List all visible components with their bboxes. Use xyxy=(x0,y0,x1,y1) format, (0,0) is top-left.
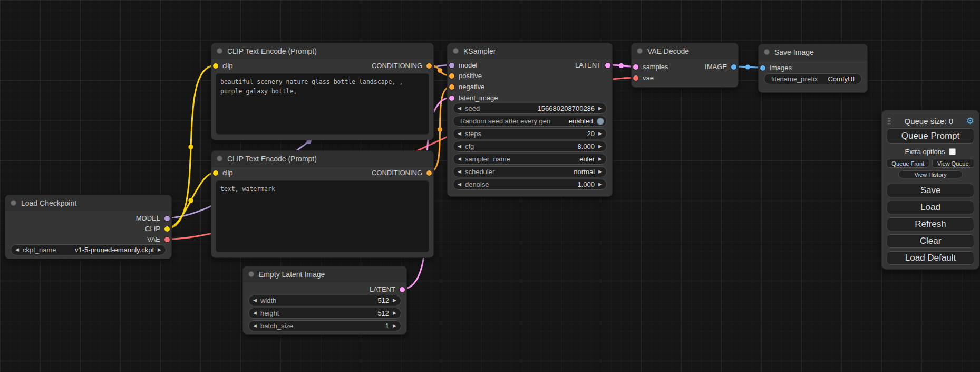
node-titlebar[interactable]: Empty Latent Image xyxy=(243,266,406,282)
decrement-arrow-icon[interactable]: ◀ xyxy=(458,169,461,174)
load-button[interactable]: Load xyxy=(887,201,974,214)
extra-options-label: Extra options xyxy=(905,148,945,156)
widget-value: 1 xyxy=(385,322,389,330)
settings-gear-icon[interactable]: ⚙ xyxy=(966,117,974,126)
node-vae-decode[interactable]: VAE DecodesamplesvaeIMAGE xyxy=(631,43,739,88)
IMAGE-output-port[interactable] xyxy=(731,64,736,70)
cfg-widget[interactable]: ◀cfg8.000▶ xyxy=(453,141,607,152)
height-widget[interactable]: ◀height512▶ xyxy=(248,308,401,319)
random-seed-after-every-gen-widget[interactable]: Random seed after every genenabled xyxy=(453,116,607,127)
model-input-port[interactable] xyxy=(449,63,454,68)
load-default-button[interactable]: Load Default xyxy=(887,251,974,265)
decrement-arrow-icon[interactable]: ◀ xyxy=(253,323,257,328)
widget-label: filename_prefix xyxy=(771,75,818,83)
refresh-button[interactable]: Refresh xyxy=(887,217,974,231)
CLIP-output-port[interactable] xyxy=(164,226,170,232)
ckpt_name-widget[interactable]: ◀ckpt_namev1-5-pruned-emaonly.ckpt▶ xyxy=(11,244,166,255)
node-titlebar[interactable]: CLIP Text Encode (Prompt) xyxy=(211,43,433,59)
images-input-port[interactable] xyxy=(760,65,765,71)
decrement-arrow-icon[interactable]: ◀ xyxy=(458,144,461,149)
link-midpoint-dot xyxy=(619,63,624,68)
node-save-image[interactable]: Save Imageimagesfilename_prefixComfyUI xyxy=(758,44,868,93)
LATENT-output-port[interactable] xyxy=(400,287,405,292)
VAE-output-port[interactable] xyxy=(164,237,170,242)
prompt-textarea[interactable]: text, watermark xyxy=(216,180,429,252)
seed-widget[interactable]: ◀seed156680208700286▶ xyxy=(453,103,607,114)
increment-arrow-icon[interactable]: ▶ xyxy=(393,323,396,328)
decrement-arrow-icon[interactable]: ◀ xyxy=(458,182,461,187)
MODEL-output-port[interactable] xyxy=(164,216,170,221)
width-widget[interactable]: ◀width512▶ xyxy=(248,295,401,306)
decrement-arrow-icon[interactable]: ◀ xyxy=(458,106,461,111)
node-ksampler[interactable]: KSamplermodelpositivenegativelatent_imag… xyxy=(447,43,613,197)
sampler_name-widget[interactable]: ◀sampler_nameeuler▶ xyxy=(453,154,607,165)
clip-input-port[interactable] xyxy=(213,170,218,176)
increment-arrow-icon[interactable]: ▶ xyxy=(598,106,602,111)
images-input-slot-label: images xyxy=(770,63,792,73)
collapse-dot-icon[interactable] xyxy=(248,271,254,277)
denoise-widget[interactable]: ◀denoise1.000▶ xyxy=(453,179,607,190)
decrement-arrow-icon[interactable]: ◀ xyxy=(15,247,19,252)
decrement-arrow-icon[interactable]: ◀ xyxy=(458,131,461,136)
link-midpoint-dot xyxy=(438,127,442,132)
positive-input-port[interactable] xyxy=(449,73,454,79)
increment-arrow-icon[interactable]: ▶ xyxy=(158,247,161,252)
queue-prompt-button[interactable]: Queue Prompt xyxy=(887,128,974,144)
decrement-arrow-icon[interactable]: ◀ xyxy=(458,157,461,161)
decrement-arrow-icon[interactable]: ◀ xyxy=(253,298,257,303)
drag-handle-icon[interactable]: ⣿ xyxy=(887,118,891,124)
samples-input-port[interactable] xyxy=(633,64,638,70)
latent_image-input-port[interactable] xyxy=(449,96,454,101)
filename_prefix-widget[interactable]: filename_prefixComfyUI xyxy=(764,73,862,84)
extra-options-checkbox[interactable] xyxy=(949,148,956,155)
node-titlebar[interactable]: Load Checkpoint xyxy=(5,195,171,211)
negative-input-port[interactable] xyxy=(449,84,454,90)
clip-input-slot-label: clip xyxy=(222,168,233,178)
widget-label: seed xyxy=(465,104,480,112)
collapse-dot-icon[interactable] xyxy=(637,48,643,54)
increment-arrow-icon[interactable]: ▶ xyxy=(598,131,602,136)
node-titlebar[interactable]: KSampler xyxy=(448,43,612,59)
decrement-arrow-icon[interactable]: ◀ xyxy=(253,311,257,316)
IMAGE-output-slot-label: IMAGE xyxy=(705,62,727,72)
collapse-dot-icon[interactable] xyxy=(764,49,770,55)
collapse-dot-icon[interactable] xyxy=(11,200,16,206)
node-title: KSampler xyxy=(463,47,496,55)
increment-arrow-icon[interactable]: ▶ xyxy=(598,157,602,161)
extra-options-row: Extra options xyxy=(887,147,974,156)
batch_size-widget[interactable]: ◀batch_size1▶ xyxy=(248,320,401,331)
collapse-dot-icon[interactable] xyxy=(217,48,222,54)
LATENT-output-port[interactable] xyxy=(605,63,610,68)
increment-arrow-icon[interactable]: ▶ xyxy=(393,311,396,316)
vae-input-port[interactable] xyxy=(633,75,638,81)
queue-front-button[interactable]: Queue Front xyxy=(887,159,929,168)
steps-widget[interactable]: ◀steps20▶ xyxy=(453,128,607,139)
CONDITIONING-output-port[interactable] xyxy=(426,63,432,69)
model-input-slot-label: model xyxy=(459,60,477,71)
clip-input-port[interactable] xyxy=(213,63,218,69)
node-titlebar[interactable]: CLIP Text Encode (Prompt) xyxy=(211,151,433,167)
node-clip-encode-negative[interactable]: CLIP Text Encode (Prompt)clipCONDITIONIN… xyxy=(211,150,434,258)
scheduler-widget[interactable]: ◀schedulernormal▶ xyxy=(453,166,607,177)
increment-arrow-icon[interactable]: ▶ xyxy=(598,144,602,149)
node-clip-encode-positive[interactable]: CLIP Text Encode (Prompt)clipCONDITIONIN… xyxy=(211,43,434,140)
graph-canvas[interactable]: ⣿ Queue size: 0 ⚙ Queue Prompt Extra opt… xyxy=(0,0,980,372)
collapse-dot-icon[interactable] xyxy=(217,156,222,161)
clear-button[interactable]: Clear xyxy=(887,234,974,248)
toggle-knob[interactable] xyxy=(597,118,604,125)
CONDITIONING-output-port[interactable] xyxy=(426,170,432,176)
collapse-dot-icon[interactable] xyxy=(453,48,459,54)
view-history-button[interactable]: View History xyxy=(898,170,963,178)
save-button[interactable]: Save xyxy=(887,184,974,197)
node-empty-latent[interactable]: Empty Latent ImageLATENT◀width512▶◀heigh… xyxy=(242,266,407,335)
node-load-checkpoint[interactable]: Load CheckpointMODELCLIPVAE◀ckpt_namev1-… xyxy=(5,195,172,259)
increment-arrow-icon[interactable]: ▶ xyxy=(598,182,602,187)
increment-arrow-icon[interactable]: ▶ xyxy=(598,169,602,174)
queue-small-buttons-row: Queue Front View Queue xyxy=(887,159,974,168)
increment-arrow-icon[interactable]: ▶ xyxy=(393,298,396,303)
prompt-textarea[interactable]: beautiful scenery nature glass bottle la… xyxy=(216,73,429,135)
node-titlebar[interactable]: Save Image xyxy=(759,44,867,60)
widget-label: height xyxy=(260,309,279,317)
node-titlebar[interactable]: VAE Decode xyxy=(632,43,738,59)
view-queue-button[interactable]: View Queue xyxy=(932,159,975,168)
